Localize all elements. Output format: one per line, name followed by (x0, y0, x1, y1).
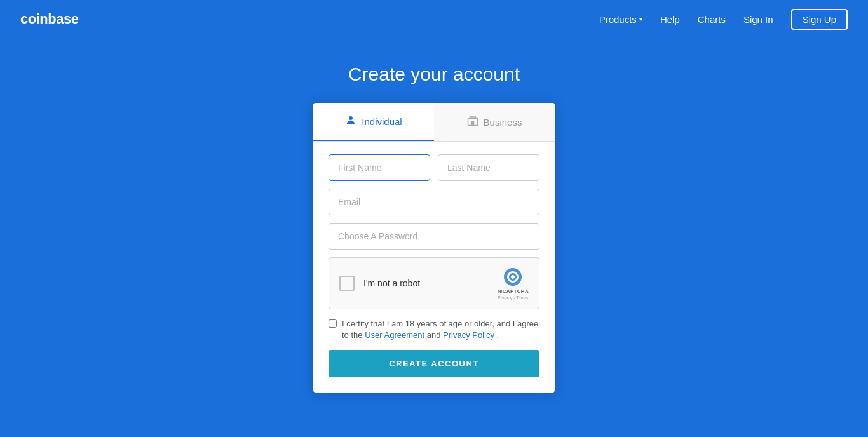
nav-links: Products ▾ Help Charts Sign In Sign Up (599, 9, 848, 30)
building-icon (467, 115, 478, 129)
recaptcha-checkbox[interactable] (339, 276, 355, 291)
svg-rect-2 (471, 121, 474, 126)
chevron-down-icon: ▾ (639, 16, 642, 23)
svg-point-0 (349, 116, 353, 120)
tab-business[interactable]: Business (434, 103, 555, 141)
recaptcha-text: I'm not a robot (363, 278, 420, 288)
last-name-input[interactable] (438, 154, 539, 181)
form-card: Individual Business (313, 103, 555, 393)
nav-products[interactable]: Products ▾ (599, 14, 642, 25)
brand-logo[interactable]: coinbase (20, 11, 78, 27)
recaptcha-logo: reCAPTCHA Privacy - Terms (498, 267, 529, 300)
nav-charts[interactable]: Charts (698, 14, 726, 25)
recaptcha-sub: Privacy - Terms (498, 295, 528, 300)
recaptcha-label: reCAPTCHA (498, 288, 529, 294)
navbar: coinbase Products ▾ Help Charts Sign In … (0, 0, 868, 38)
password-input[interactable] (329, 223, 539, 250)
account-type-tabs: Individual Business (313, 103, 555, 142)
privacy-policy-link[interactable]: Privacy Policy (443, 330, 494, 340)
nav-signin[interactable]: Sign In (743, 14, 773, 25)
nav-help[interactable]: Help (660, 14, 680, 25)
recaptcha-widget[interactable]: I'm not a robot reCAPTCHA Privacy - Term… (329, 257, 539, 309)
user-agreement-link[interactable]: User Agreement (365, 330, 424, 340)
email-group (329, 189, 539, 215)
terms-row: I certify that I am 18 years of age or o… (329, 318, 539, 341)
main-content: Create your account Individual (0, 38, 868, 393)
page-title: Create your account (348, 64, 520, 85)
terms-checkbox[interactable] (329, 319, 337, 328)
form-body: I'm not a robot reCAPTCHA Privacy - Term… (313, 142, 555, 393)
password-group (329, 223, 539, 250)
email-input[interactable] (329, 189, 539, 215)
person-icon (345, 114, 356, 128)
signup-button[interactable]: Sign Up (791, 9, 848, 30)
create-account-button[interactable]: CREATE ACCOUNT (329, 350, 539, 377)
tab-individual[interactable]: Individual (313, 103, 434, 141)
terms-text: I certify that I am 18 years of age or o… (342, 318, 539, 341)
first-name-input[interactable] (329, 154, 430, 181)
name-row (329, 154, 539, 181)
